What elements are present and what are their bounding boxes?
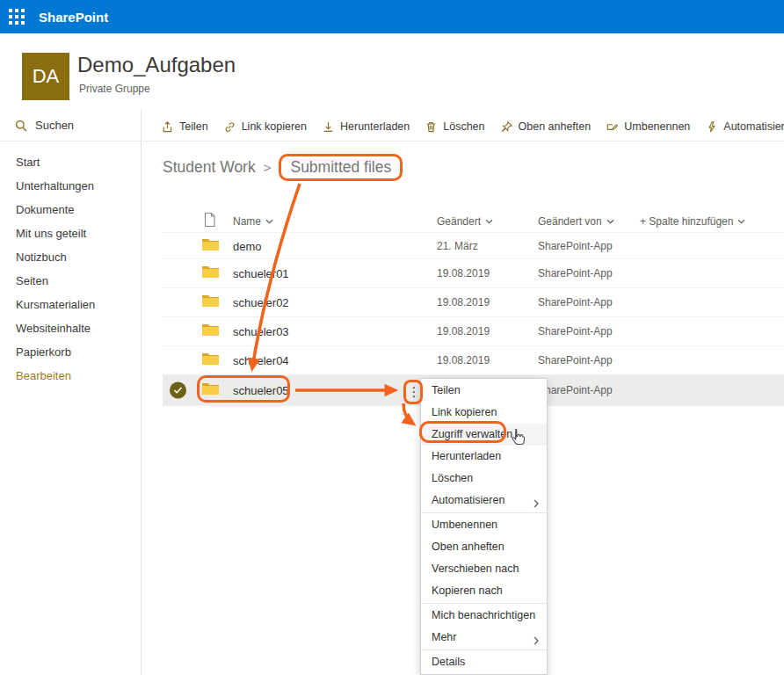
folder-name-link[interactable]: schueler05 (233, 384, 289, 397)
toolbar-item-label: Umbenennen (624, 120, 690, 133)
menu-item-label: Teilen (432, 384, 461, 396)
file-row-schueler01[interactable]: schueler0119.08.2019SharePoint-App (163, 259, 784, 288)
command-bar: TeilenLink kopierenHerunterladenLöschenO… (142, 112, 784, 142)
toolbar-item-label: Herunterladen (340, 120, 410, 133)
toolbar-item-automatisieren[interactable]: Automatisieren (705, 120, 784, 134)
menu-item-label: Automatisieren (432, 494, 505, 506)
app-launcher-waffle-icon[interactable] (0, 0, 33, 33)
toolbar-item-umbenennen[interactable]: Umbenennen (606, 120, 690, 134)
folder-icon (201, 352, 220, 367)
folder-icon[interactable] (201, 323, 220, 341)
folder-icon[interactable] (201, 236, 220, 255)
folder-icon[interactable] (201, 265, 220, 283)
sidebar-nav: Suchen StartUnterhaltungenDokumenteMit u… (0, 110, 142, 675)
modified-date: 19.08.2019 (437, 354, 490, 367)
sidebar-item-websiteinhalte[interactable]: Websiteinhalte (0, 316, 141, 340)
sidebar-search-label: Suchen (35, 119, 74, 132)
annotation-arrow-more-to-menu (403, 403, 413, 424)
menu-separator (421, 512, 547, 513)
toolbar-item-teilen[interactable]: Teilen (161, 120, 208, 134)
file-row-demo[interactable]: demo21. MärzSharePoint-App (163, 233, 784, 259)
column-header-label: + Spalte hinzufügen (640, 215, 733, 228)
menu-item-herunterladen[interactable]: Herunterladen (421, 446, 547, 468)
menu-item-löschen[interactable]: Löschen (421, 468, 547, 490)
folder-name-link[interactable]: schueler03 (233, 325, 289, 338)
sidebar-item-seiten[interactable]: Seiten (0, 269, 141, 293)
sidebar-item-bearbeiten[interactable]: Bearbeiten (0, 364, 141, 388)
menu-item-teilen[interactable]: Teilen (421, 380, 547, 402)
chevron-down-icon (606, 219, 614, 224)
menu-item-link-kopieren[interactable]: Link kopieren (421, 402, 547, 424)
sidebar-item-start[interactable]: Start (0, 150, 141, 174)
item-more-actions-button[interactable]: ⋮ (406, 381, 422, 403)
toolbar-item-oben-anheften[interactable]: Oben anheften (500, 120, 592, 134)
toolbar-item-label: Automatisieren (723, 120, 784, 133)
menu-item-automatisieren[interactable]: Automatisieren (421, 490, 547, 512)
folder-icon[interactable] (201, 352, 220, 370)
modified-date: 19.08.2019 (437, 325, 490, 338)
toolbar-item-label: Teilen (179, 120, 208, 133)
menu-item-details[interactable]: Details (421, 651, 547, 673)
site-title[interactable]: Demo_Aufgaben (77, 53, 236, 77)
toolbar-item-link-kopieren[interactable]: Link kopieren (223, 120, 307, 134)
toolbar-item-herunterladen[interactable]: Herunterladen (322, 120, 410, 134)
folder-icon (201, 294, 220, 308)
folder-name-link[interactable]: demo (233, 239, 262, 252)
modified-by: SharePoint-App (538, 354, 613, 367)
folder-icon[interactable] (201, 381, 220, 400)
folder-icon (201, 265, 220, 279)
column-header-name[interactable]: Name (233, 215, 273, 228)
menu-item-verschieben-nach[interactable]: Verschieben nach (421, 558, 547, 580)
menu-item-label: Umbenennen (432, 519, 497, 531)
sidebar-item-mit-uns-geteilt[interactable]: Mit uns geteilt (0, 221, 141, 245)
sidebar-search[interactable]: Suchen (0, 110, 141, 142)
column-header-geändert-von[interactable]: Geändert von (538, 215, 614, 228)
breadcrumb: Student Work > Submitted files (163, 153, 403, 182)
sidebar-item-dokumente[interactable]: Dokumente (0, 198, 141, 221)
chevron-down-icon (737, 219, 745, 224)
folder-name-link[interactable]: schueler02 (233, 296, 289, 309)
folder-name-link[interactable]: schueler01 (233, 267, 289, 280)
search-icon (15, 120, 27, 132)
chevron-down-icon (485, 219, 493, 224)
download-icon (322, 120, 335, 134)
sidebar-item-unterhaltungen[interactable]: Unterhaltungen (0, 174, 141, 198)
breadcrumb-parent[interactable]: Student Work (163, 158, 256, 177)
menu-item-kopieren-nach[interactable]: Kopieren nach (421, 580, 547, 602)
modified-by: SharePoint-App (538, 384, 613, 396)
folder-icon (201, 381, 220, 396)
menu-item-umbenennen[interactable]: Umbenennen (421, 514, 547, 536)
column-header-geändert[interactable]: Geändert (437, 215, 493, 228)
file-row-schueler03[interactable]: schueler0319.08.2019SharePoint-App (163, 317, 784, 346)
file-row-schueler04[interactable]: schueler0419.08.2019SharePoint-App (163, 346, 784, 375)
modified-date: 21. März (437, 240, 478, 252)
sidebar-item-kursmaterialien[interactable]: Kursmaterialien (0, 293, 141, 316)
site-logo[interactable]: DA (22, 53, 69, 100)
sidebar-item-notizbuch[interactable]: Notizbuch (0, 245, 141, 269)
menu-item-oben-anheften[interactable]: Oben anheften (421, 536, 547, 558)
sidebar-item-papierkorb[interactable]: Papierkorb (0, 340, 141, 364)
menu-item-mich-benachrichtigen[interactable]: Mich benachrichtigen (421, 605, 547, 627)
modified-by: SharePoint-App (538, 296, 613, 308)
check-icon (173, 387, 183, 395)
trash-icon (425, 120, 438, 134)
toolbar-item-löschen[interactable]: Löschen (425, 120, 484, 134)
column-header-label: Geändert von (538, 215, 602, 228)
breadcrumb-current[interactable]: Submitted files (279, 154, 403, 181)
site-privacy-label: Private Gruppe (79, 83, 150, 95)
submenu-indicator (534, 494, 539, 516)
sharepoint-logo-label[interactable]: SharePoint (39, 10, 108, 25)
rename-icon (606, 120, 619, 134)
file-type-column-icon[interactable] (204, 213, 215, 231)
column-header-spalte-hinzufügen[interactable]: + Spalte hinzufügen (640, 215, 745, 228)
menu-item-label: Oben anheften (432, 541, 505, 553)
menu-item-label: Herunterladen (432, 450, 501, 462)
row-selected-check-icon[interactable] (170, 382, 186, 399)
menu-separator (421, 603, 547, 604)
document-library-list: NameGeändertGeändert von+ Spalte hinzufü… (163, 211, 784, 406)
folder-icon[interactable] (201, 294, 220, 312)
menu-item-zugriff-verwalten[interactable]: Zugriff verwalten (421, 424, 547, 446)
folder-name-link[interactable]: schueler04 (233, 354, 289, 367)
menu-item-mehr[interactable]: Mehr (421, 627, 547, 649)
file-row-schueler02[interactable]: schueler0219.08.2019SharePoint-App (163, 288, 784, 317)
